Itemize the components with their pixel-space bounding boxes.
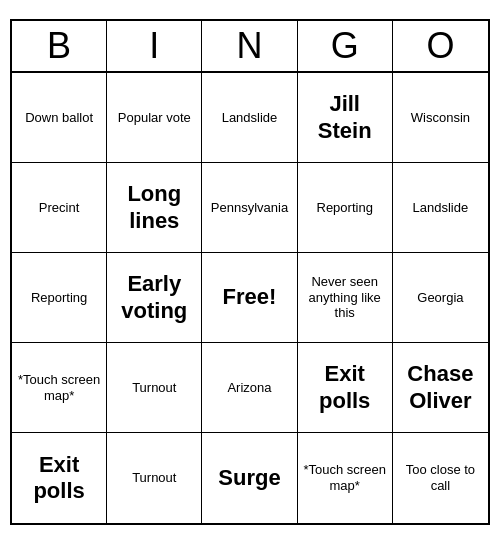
bingo-cell-13: Never seen anything like this [298,253,393,343]
bingo-cell-12: Free! [202,253,297,343]
header-letter-g: G [298,21,393,71]
bingo-cell-24: Too close to call [393,433,488,523]
bingo-cell-8: Reporting [298,163,393,253]
bingo-cell-21: Turnout [107,433,202,523]
bingo-cell-0: Down ballot [12,73,107,163]
bingo-cell-18: Exit polls [298,343,393,433]
bingo-cell-11: Early voting [107,253,202,343]
bingo-cell-20: Exit polls [12,433,107,523]
bingo-cell-2: Landslide [202,73,297,163]
bingo-cell-3: Jill Stein [298,73,393,163]
header-letter-n: N [202,21,297,71]
bingo-card: BINGO Down ballotPopular voteLandslideJi… [10,19,490,525]
bingo-cell-5: Precint [12,163,107,253]
bingo-cell-14: Georgia [393,253,488,343]
bingo-grid: Down ballotPopular voteLandslideJill Ste… [12,73,488,523]
bingo-cell-6: Long lines [107,163,202,253]
bingo-cell-9: Landslide [393,163,488,253]
bingo-cell-19: Chase Oliver [393,343,488,433]
header-letter-o: O [393,21,488,71]
header-letter-b: B [12,21,107,71]
bingo-cell-10: Reporting [12,253,107,343]
bingo-cell-4: Wisconsin [393,73,488,163]
bingo-cell-22: Surge [202,433,297,523]
header-letter-i: I [107,21,202,71]
bingo-cell-1: Popular vote [107,73,202,163]
bingo-cell-17: Arizona [202,343,297,433]
bingo-header: BINGO [12,21,488,73]
bingo-cell-16: Turnout [107,343,202,433]
bingo-cell-23: *Touch screen map* [298,433,393,523]
bingo-cell-7: Pennsylvania [202,163,297,253]
bingo-cell-15: *Touch screen map* [12,343,107,433]
